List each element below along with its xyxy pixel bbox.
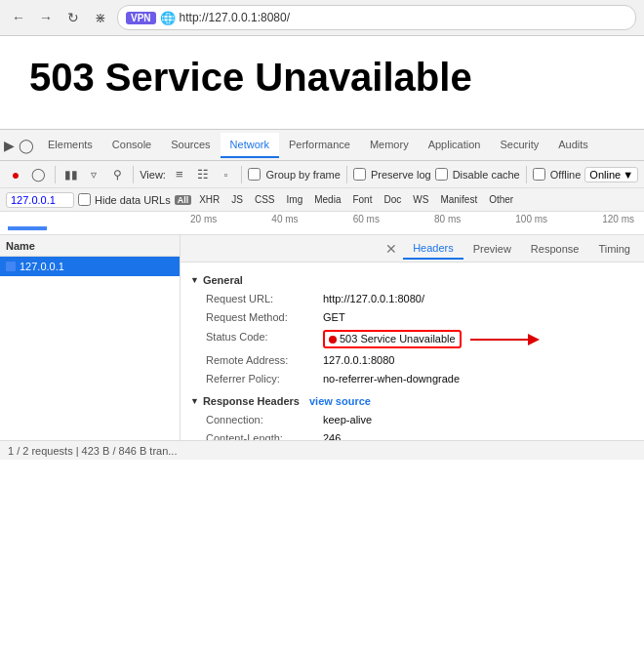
filter-css[interactable]: CSS [251, 194, 279, 205]
hide-data-urls-checkbox[interactable] [78, 193, 91, 206]
preserve-log-checkbox[interactable] [353, 168, 366, 181]
request-list: Name 127.0.0.1 [0, 235, 181, 440]
network-toolbar: ● ◯ ▮▮ ▿ ⚲ View: ≡ ☷ ▫ Group by frame Pr… [0, 161, 644, 188]
devtools-mobile-icon[interactable]: ◯ [19, 138, 34, 153]
request-method-label: Request Method: [206, 310, 323, 325]
tab-elements[interactable]: Elements [38, 133, 102, 158]
status-code-label: Status Code: [206, 330, 323, 349]
filter-font[interactable]: Font [348, 194, 376, 205]
content-length-row: Content-Length: 246 [190, 429, 634, 440]
request-url-label: Request URL: [206, 292, 323, 306]
browser-chrome: ← → ↻ ⋇ VPN 🌐 http://127.0.0.1:8080/ [0, 0, 644, 36]
detail-tab-headers[interactable]: Headers [403, 238, 463, 260]
tab-memory[interactable]: Memory [360, 133, 419, 158]
devtools-cursor-icon[interactable]: ▶ [4, 138, 15, 153]
disable-cache-checkbox[interactable] [435, 168, 448, 181]
response-headers-section-title: Response Headers view source [190, 395, 634, 407]
request-item-name: 127.0.0.1 [20, 261, 64, 272]
all-badge: All [175, 195, 192, 205]
request-url-value: http://127.0.0.1:8080/ [323, 292, 424, 306]
tab-sources[interactable]: Sources [161, 133, 220, 158]
grid-view-button[interactable]: ☷ [193, 165, 213, 184]
content-length-label: Content-Length: [206, 431, 323, 440]
close-detail-button[interactable]: ✕ [380, 239, 403, 259]
devtools-panel: ▶ ◯ Elements Console Sources Network Per… [0, 129, 644, 460]
red-arrow-icon [465, 330, 543, 349]
back-button[interactable]: ← [8, 7, 29, 28]
filter-img[interactable]: Img [283, 194, 307, 205]
detail-tab-preview[interactable]: Preview [463, 239, 521, 259]
filter-other[interactable]: Other [485, 194, 517, 205]
timeline-label-100: 100 ms [515, 214, 547, 224]
record-button[interactable]: ● [6, 165, 25, 184]
remote-address-row: Remote Address: 127.0.0.1:8080 [190, 351, 634, 370]
screenshot-button[interactable]: ▫ [217, 165, 236, 184]
timeline-label-60: 60 ms [353, 214, 380, 224]
request-list-header: Name [0, 235, 180, 257]
timeline-label-40: 40 ms [271, 214, 298, 224]
tab-security[interactable]: Security [490, 133, 548, 158]
separator-3 [241, 166, 242, 183]
tab-application[interactable]: Application [419, 133, 491, 158]
timeline-label-120: 120 ms [602, 214, 634, 224]
filter-js[interactable]: JS [227, 194, 247, 205]
filter-button[interactable]: ▿ [85, 165, 104, 184]
separator-1 [55, 166, 56, 183]
timeline-label-80: 80 ms [434, 214, 461, 224]
view-label: View: [140, 169, 166, 181]
address-bar-text: http://127.0.0.1:8080/ [180, 11, 627, 24]
hide-data-urls-label: Hide data URLs [95, 194, 171, 206]
filter-manifest[interactable]: Manifest [436, 194, 481, 205]
chevron-down-icon: ▼ [623, 169, 633, 181]
camera-button[interactable]: ▮▮ [61, 165, 81, 184]
filter-xhr[interactable]: XHR [195, 194, 223, 205]
search-button[interactable]: ⚲ [107, 165, 127, 184]
online-label: Online [589, 169, 621, 181]
referrer-policy-row: Referrer Policy: no-referrer-when-downgr… [190, 370, 634, 388]
filter-doc[interactable]: Doc [380, 194, 405, 205]
list-view-button[interactable]: ≡ [170, 165, 189, 184]
status-dot [329, 336, 337, 344]
filter-media[interactable]: Media [310, 194, 344, 205]
detail-tab-response[interactable]: Response [521, 239, 589, 259]
group-by-frame-checkbox[interactable] [248, 168, 261, 181]
filter-input[interactable] [6, 192, 74, 208]
online-dropdown[interactable]: Online ▼ [584, 167, 638, 182]
request-area: Name 127.0.0.1 ✕ Headers Preview Respons… [0, 235, 644, 440]
timeline-labels: 20 ms 40 ms 60 ms 80 ms 100 ms 120 ms [181, 214, 644, 224]
forward-button[interactable]: → [35, 7, 57, 28]
tab-performance[interactable]: Performance [279, 133, 360, 158]
nav-bar: ← → ↻ ⋇ VPN 🌐 http://127.0.0.1:8080/ [0, 0, 644, 35]
offline-checkbox[interactable] [533, 168, 545, 181]
view-source-link[interactable]: view source [309, 395, 371, 407]
tab-audits[interactable]: Audits [548, 133, 598, 158]
separator-2 [133, 166, 134, 183]
request-method-row: Request Method: GET [190, 308, 634, 327]
globe-icon: 🌐 [160, 11, 176, 25]
timeline-label-20: 20 ms [190, 214, 217, 224]
error-title: 503 Service Unavailable [29, 56, 615, 100]
filter-ws[interactable]: WS [409, 194, 432, 205]
group-by-frame-label: Group by frame [265, 169, 340, 181]
remote-address-label: Remote Address: [206, 353, 323, 368]
reload-button[interactable]: ↻ [62, 7, 84, 28]
timeline: 20 ms 40 ms 60 ms 80 ms 100 ms 120 ms [0, 212, 644, 235]
tab-console[interactable]: Console [102, 133, 161, 158]
status-code-text: 503 Service Unavailable [340, 332, 456, 346]
preserve-log-group: Preserve log [353, 168, 431, 181]
offline-label: Offline [550, 169, 582, 181]
connection-row: Connection: keep-alive [190, 411, 634, 429]
status-code-value: 503 Service Unavailable [323, 330, 543, 349]
grid-button[interactable]: ⋇ [90, 7, 111, 28]
clear-button[interactable]: ◯ [29, 165, 49, 184]
offline-group: Offline [533, 168, 582, 181]
request-item[interactable]: 127.0.0.1 [0, 257, 180, 276]
tab-network[interactable]: Network [221, 133, 279, 158]
separator-5 [526, 166, 527, 183]
detail-tab-timing[interactable]: Timing [588, 239, 640, 259]
referrer-policy-value: no-referrer-when-downgrade [323, 372, 460, 386]
status-bar-text: 1 / 2 requests | 423 B / 846 B tran... [8, 445, 177, 457]
devtools-tabs: ▶ ◯ Elements Console Sources Network Per… [0, 130, 644, 161]
address-bar-container[interactable]: VPN 🌐 http://127.0.0.1:8080/ [117, 5, 636, 30]
status-code-row: Status Code: 503 Service Unavailable [190, 328, 634, 351]
